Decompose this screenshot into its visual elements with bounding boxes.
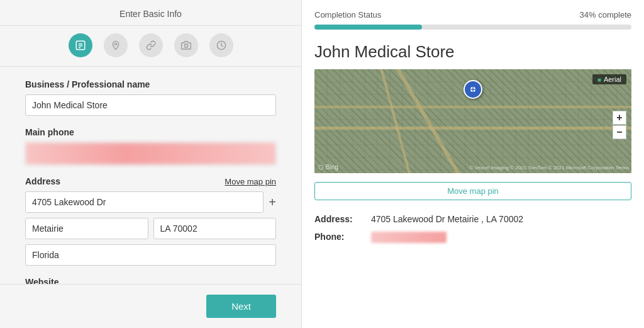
completion-label: Completion Status <box>314 10 381 20</box>
aerial-label: Aerial <box>604 76 621 83</box>
bing-logo: ⬡ Bing <box>318 164 338 171</box>
form-body: Business / Professional name Main phone … <box>0 67 301 284</box>
city-input[interactable] <box>25 218 148 239</box>
address-group: Address Move map pin + <box>25 176 276 266</box>
step-icons <box>0 26 301 67</box>
add-address-button[interactable]: + <box>269 196 276 208</box>
phone-group: Main phone <box>25 127 276 165</box>
phone-key: Phone: <box>314 232 371 242</box>
step-3-icon[interactable] <box>139 33 163 57</box>
website-group: Website <box>25 277 276 284</box>
business-name-label: Business / Professional name <box>25 79 276 89</box>
map-zoom-controls: + − <box>613 111 626 139</box>
map-satellite: ■ Aerial + − ⬡ Bing © Vexcel Imaging © 2… <box>314 69 631 173</box>
phone-info-row: Phone: <box>314 228 631 247</box>
progress-bar-bg <box>314 25 631 30</box>
phone-input-blurred[interactable] <box>25 142 276 165</box>
next-button[interactable]: Next <box>206 295 276 318</box>
business-name-preview: John Medical Store <box>314 42 631 62</box>
zoom-in-button[interactable]: + <box>613 111 626 125</box>
map-aerial-badge: ■ Aerial <box>592 74 626 84</box>
business-name-input[interactable] <box>25 94 276 116</box>
state-zip-input[interactable] <box>153 218 277 239</box>
progress-bar-fill <box>314 25 422 30</box>
address-input-row: + <box>25 191 276 213</box>
preview-panel: Completion Status 34% complete John Medi… <box>302 0 644 328</box>
step-4-icon[interactable] <box>174 33 198 57</box>
form-footer: Next <box>0 284 301 328</box>
completion-row: Completion Status 34% complete <box>314 10 631 20</box>
business-name-group: Business / Professional name <box>25 79 276 116</box>
form-header: Enter Basic Info <box>0 0 301 26</box>
svg-point-5 <box>184 44 187 47</box>
completion-pct: 34% complete <box>580 10 631 20</box>
move-map-link[interactable]: Move map pin <box>225 177 276 186</box>
map-copyright: © Vexcel Imaging © 2021 TomTom © 2021 Mi… <box>470 165 630 171</box>
phone-label: Main phone <box>25 127 276 137</box>
country-input[interactable] <box>25 244 276 266</box>
address-input[interactable] <box>25 191 264 213</box>
step-5-icon[interactable] <box>209 33 233 57</box>
move-map-pin-button[interactable]: Move map pin <box>314 182 631 200</box>
city-state-row <box>25 218 276 239</box>
step-2-icon[interactable] <box>104 33 128 57</box>
address-value: 4705 Lakewood Dr Metairie , LA 70002 <box>371 214 523 224</box>
address-input-wrap <box>25 191 264 213</box>
form-panel: Enter Basic Info <box>0 0 302 328</box>
address-key: Address: <box>314 214 371 224</box>
form-title: Enter Basic Info <box>119 9 182 19</box>
svg-point-4 <box>114 43 116 45</box>
zoom-out-button[interactable]: − <box>613 125 626 139</box>
address-label-row: Address Move map pin <box>25 176 276 186</box>
step-1-icon[interactable] <box>69 33 92 57</box>
map-pin <box>463 79 483 109</box>
address-label: Address <box>25 176 60 186</box>
address-info-row: Address: 4705 Lakewood Dr Metairie , LA … <box>314 210 631 228</box>
phone-value-blurred <box>371 232 447 243</box>
map-container: ■ Aerial + − ⬡ Bing © Vexcel Imaging © 2… <box>314 69 631 173</box>
website-label: Website <box>25 277 276 284</box>
